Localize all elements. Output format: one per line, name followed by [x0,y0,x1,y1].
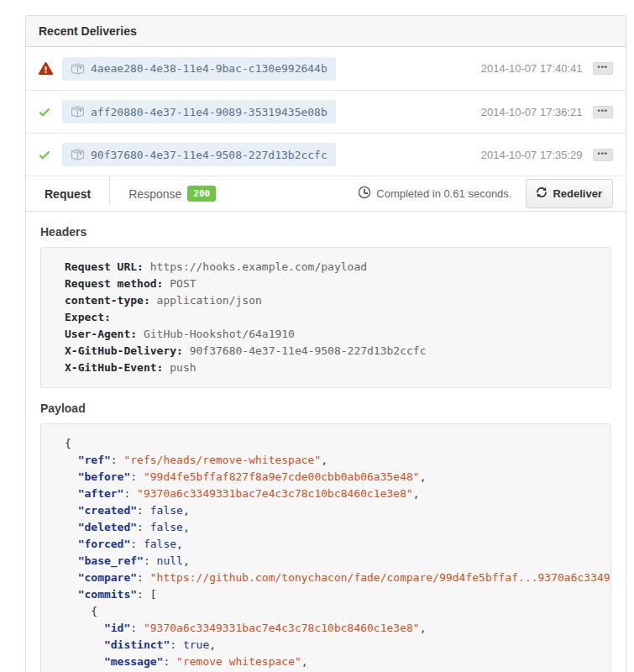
header-value: POST [163,277,196,290]
payload-line: "created": false, [65,502,587,519]
header-name: Request method: [65,277,163,290]
header-value: https://hooks.example.com/payload [144,260,367,273]
check-icon [39,148,54,162]
panel-header: Recent Deliveries [26,16,626,47]
delivery-guid: aff20880-4e37-11e4-9089-35319435e08b [91,106,327,118]
payload-line: "forced": false, [65,536,587,553]
header-name: User-Agent: [65,328,137,340]
redeliver-button[interactable]: Redeliver [526,179,613,208]
payload-line: "distinct": true, [65,637,587,654]
payload-line: "after": "9370a6c3349331bac7e4c3c78c10bc… [65,486,587,502]
delivery-row: 90f37680-4e37-11e4-9508-227d13b2ccfc2014… [26,133,626,176]
payload-line: "message": "remove whitespace", [65,654,587,670]
package-icon [71,148,84,161]
header-name: X-GitHub-Event: [65,361,163,374]
request-header-line: content-type: application/json [65,292,587,309]
payload-line: "commits": [ [65,586,587,603]
delivery-detail-tabbar: Request Response 200 Completed in 0.61 s… [26,176,626,212]
payload-line: "before": "99d4fe5bffaf827f8a9e7cde00cbb… [65,469,587,486]
recent-deliveries-panel: Recent Deliveries 4aeae280-4e38-11e4-9ba… [25,15,626,672]
payload-box: { "ref": "refs/heads/remove-whitespace",… [40,423,611,672]
delivery-row: 4aeae280-4e38-11e4-9bac-c130e992644b2014… [26,47,626,90]
clock-icon [359,186,370,202]
header-name: content-type: [65,294,150,307]
header-name: Request URL: [65,260,144,273]
payload-heading: Payload [40,402,611,415]
completion-info: Completed in 0.61 seconds. Redeliver [359,179,626,208]
check-icon [39,105,54,119]
sync-icon [537,186,547,202]
headers-heading: Headers [40,225,611,239]
payload-line: "ref": "refs/heads/remove-whitespace", [65,452,587,469]
payload-line: "id": "9370a6c3349331bac7e4c3c78c10bc846… [65,620,587,637]
tab-response[interactable]: Response 200 [110,176,234,211]
delivery-timestamp: 2014-10-07 17:40:41 [481,62,583,75]
delivery-row: aff20880-4e37-11e4-9089-35319435e08b2014… [26,90,626,133]
request-header-line: X-GitHub-Delivery: 90f37680-4e37-11e4-95… [65,343,587,360]
request-header-line: Request method: POST [65,276,587,292]
delivery-guid-chip[interactable]: aff20880-4e37-11e4-9089-35319435e08b [62,100,336,123]
delivery-guid: 4aeae280-4e38-11e4-9bac-c130e992644b [91,62,327,75]
delivery-options-button[interactable]: ••• [593,62,613,75]
completed-text: Completed in 0.61 seconds. [376,187,511,200]
delivery-timestamp: 2014-10-07 17:35:29 [481,149,583,161]
payload-line: "base_ref": null, [65,553,587,570]
request-header-line: Expect: [65,309,587,326]
delivery-options-button[interactable]: ••• [593,106,613,118]
delivery-guid-chip[interactable]: 90f37680-4e37-11e4-9508-227d13b2ccfc [62,143,336,166]
request-header-line: Request URL: https://hooks.example.com/p… [65,259,587,276]
panel-title: Recent Deliveries [39,24,137,38]
payload-line: "deleted": false, [65,519,587,536]
header-value: GitHub-Hookshot/64a1910 [137,328,295,340]
header-name: Expect: [65,311,111,323]
deliveries-list: 4aeae280-4e38-11e4-9bac-c130e992644b2014… [26,47,626,176]
alert-icon [39,61,54,76]
tab-request[interactable]: Request [26,176,109,211]
delivery-options-button[interactable]: ••• [593,149,613,161]
tab-response-label: Response [128,187,181,201]
request-header-line: X-GitHub-Event: push [65,360,587,376]
delivery-guid: 90f37680-4e37-11e4-9508-227d13b2ccfc [91,149,327,161]
redeliver-label: Redeliver [553,187,602,200]
response-status-badge: 200 [187,186,216,202]
payload-line: { [65,603,587,620]
delivery-timestamp: 2014-10-07 17:36:21 [481,106,583,118]
header-value: push [163,361,196,374]
payload-line: { [65,435,587,452]
header-value: 90f37680-4e37-11e4-9508-227d13b2ccfc [183,344,427,357]
package-icon [71,105,84,118]
delivery-detail-body: Headers Request URL: https://hooks.examp… [26,225,626,672]
delivery-guid-chip[interactable]: 4aeae280-4e38-11e4-9bac-c130e992644b [62,57,336,81]
header-name: X-GitHub-Delivery: [65,344,183,357]
header-value: application/json [150,294,262,307]
package-icon [71,62,84,76]
request-header-line: User-Agent: GitHub-Hookshot/64a1910 [65,326,587,343]
payload-line: "compare": "https://github.com/tonychaco… [65,570,587,586]
tab-request-label: Request [45,187,91,201]
headers-box: Request URL: https://hooks.example.com/p… [40,247,611,388]
